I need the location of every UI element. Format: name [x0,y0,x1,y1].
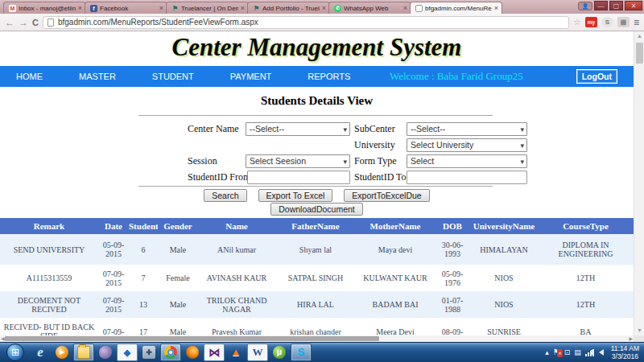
tab-close-icon[interactable]: × [159,4,163,12]
utorrent-taskbar-button[interactable]: µ [269,343,290,361]
subcenter-select[interactable]: --Select-- [407,122,527,136]
nav-item-master[interactable]: MASTER [79,72,116,81]
session-select[interactable]: Select Seesion [246,154,350,168]
tray-icon-2[interactable]: ▤ [574,348,581,356]
table-cell: 12TH [538,291,634,318]
browser-tab-active[interactable]: bfgadmin.com/MenuRepo× [410,2,502,14]
horizontal-scroll-thumb[interactable] [5,336,379,341]
start-button[interactable]: ⊞ [6,343,24,361]
browser-tab[interactable]: ⚑Add Portfolio - Truelancer× [247,2,330,14]
dolphin-taskbar-button[interactable] [95,343,116,361]
university-select[interactable]: Select University [407,138,527,152]
dropbox-taskbar-button[interactable]: ◆ [117,343,138,361]
form-type-select[interactable]: Select [407,154,527,168]
nav-item-home[interactable]: HOME [16,72,43,81]
security-taskbar-button[interactable]: ✚ [138,343,159,361]
tab-close-icon[interactable]: × [403,4,407,12]
wmp-taskbar-button[interactable]: ▶ [52,343,72,361]
export-excel-button[interactable]: Export To Excel [258,189,333,202]
network-icon[interactable] [585,348,595,356]
vertical-scroll-thumb[interactable] [636,43,643,64]
back-icon[interactable]: ← [5,18,14,27]
forward-icon[interactable]: → [19,18,28,27]
tray-icon-1[interactable]: ⊡ [564,348,571,356]
browser-tab[interactable]: ✆WhatsApp Web× [328,2,411,14]
nav-item-payment[interactable]: PAYMENT [230,72,272,81]
profile-icon[interactable]: 👤 [578,2,592,10]
maximize-button[interactable]: ▢ [609,1,623,10]
table-cell: 7 [129,265,158,291]
explorer-icon [77,346,90,359]
table-cell: Shyam lal [275,234,356,265]
column-header: DOB [435,218,470,234]
horizontal-scrollbar[interactable]: ◀ ▶ [0,335,634,342]
scroll-left-icon[interactable]: ◀ [1,335,5,342]
explorer-taskbar-button[interactable] [73,343,94,361]
page-icon [415,5,423,12]
skype-extension-icon[interactable]: S [601,17,613,27]
nav-item-reports[interactable]: REPORTS [308,72,350,81]
url-text[interactable]: bfgadmin.com/MenuReports/StudentFeeViewF… [58,18,258,27]
tab-close-icon[interactable]: × [322,4,326,12]
dolphin-icon [99,346,112,359]
vertical-scrollbar[interactable]: ▲ ▼ [634,31,644,335]
main-nav: HOMEMASTERSTUDENTPAYMENTREPORTS Welcome … [0,66,634,87]
studentid-to-input[interactable] [407,171,527,184]
taskbar-clock[interactable]: 11:14 AM 3/3/2016 [608,344,639,360]
nav-items: HOMEMASTERSTUDENTPAYMENTREPORTS [0,72,370,81]
grid-header: RemarkDateStudentIDGenderNameFatherNameM… [0,218,634,234]
close-button[interactable]: ✕ [625,1,642,10]
scrollbar-corner [634,335,644,342]
table-cell: 07-09-2015 [98,291,129,318]
welcome-text: Welcome : Baba Farid Group25 [390,70,523,83]
table-cell: TRILOK CHAND NAGAR [198,291,275,318]
table-cell: 07-09- [98,318,129,335]
vs-taskbar-button[interactable]: ⋈ [204,343,225,361]
extension-icon[interactable]: ▦ [617,17,630,27]
browser-tab[interactable]: MInbox - manoj@etiinfotec× [3,2,86,14]
action-center-icon[interactable]: ⚑ [553,348,560,356]
tab-title: Inbox - manoj@etiinfotec [19,5,76,12]
center-name-select[interactable]: --Select-- [246,122,350,136]
table-cell: BA [538,318,634,335]
truelancer-icon: ⚑ [171,5,179,12]
column-header: Date [98,218,129,234]
chrome-taskbar-button[interactable] [160,343,181,361]
download-document-button[interactable]: DownloadDocument [270,203,363,216]
firefox-icon [186,346,199,359]
url-box[interactable]: bfgadmin.com/MenuReports/StudentFeeViewF… [43,16,569,29]
logout-button[interactable]: LogOut [576,69,617,84]
skype-taskbar-button[interactable]: S [291,343,312,361]
site-title: Center Management System [0,33,634,62]
search-button[interactable]: Search [204,189,246,202]
word-taskbar-button[interactable]: W [247,343,268,361]
skype-icon: S [295,346,308,359]
browser-tab[interactable]: fFacebook× [85,2,167,14]
vlc-taskbar-button[interactable]: ▲ [225,343,246,361]
tab-close-icon[interactable]: × [78,4,82,12]
tab-close-icon[interactable]: × [494,4,498,12]
studentid-from-input[interactable] [247,171,350,184]
tab-title: Add Portfolio - Truelancer [262,5,320,12]
firefox-taskbar-button[interactable] [182,343,203,361]
ie-taskbar-button[interactable]: e [30,343,51,361]
scroll-right-icon[interactable]: ▶ [629,335,633,342]
export-excel-due-button[interactable]: ExportToExcelDue [344,189,429,202]
tray-expand-icon[interactable]: ▴ [545,348,549,356]
truelancer-icon: ⚑ [253,5,260,12]
session-label: Session [188,155,217,167]
scroll-up-icon[interactable]: ▲ [634,31,644,41]
reload-icon[interactable]: C [32,18,39,27]
my-extension-icon[interactable]: my [585,17,597,27]
scroll-down-icon[interactable]: ▼ [634,326,644,335]
security-icon: ✚ [142,346,155,359]
volume-icon[interactable] [599,349,604,356]
table-cell: 01-07-1988 [435,291,470,318]
chrome-menu-icon[interactable]: ≡ [634,17,639,28]
tab-close-icon[interactable]: × [241,4,245,12]
tab-strip-tabs: MInbox - manoj@etiinfotec×fFacebook×⚑Tru… [3,2,501,14]
bookmark-star-icon[interactable]: ☆ [573,17,581,27]
minimize-button[interactable]: — [594,1,608,10]
nav-item-student[interactable]: STUDENT [152,72,194,81]
browser-tab[interactable]: ⚑Truelancer | On Demand C× [166,2,249,14]
